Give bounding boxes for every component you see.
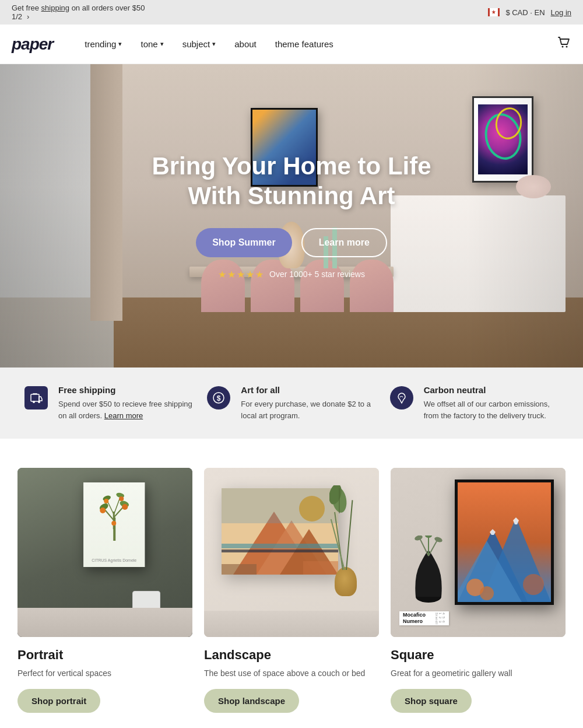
hero-title: Bring Your Home to Life With Stunning Ar…: [128, 152, 455, 211]
nav-tone[interactable]: tone ▾: [132, 34, 171, 54]
shop-landscape-button[interactable]: Shop landscape: [204, 689, 299, 713]
svg-point-9: [38, 401, 40, 403]
header: paper trending ▾ tone ▾ subject ▾ about …: [0, 24, 583, 64]
product-landscape: Landscape The best use of space above a …: [204, 468, 379, 713]
portrait-description: Perfect for vertical spaces: [17, 667, 192, 680]
feature-shipping-text: Free shipping Spend over $50 to recieve …: [58, 385, 194, 421]
svg-point-22: [100, 508, 106, 513]
shop-summer-button[interactable]: Shop Summer: [196, 228, 292, 257]
nav-subject[interactable]: subject ▾: [174, 34, 224, 54]
site-logo[interactable]: paper: [12, 35, 53, 54]
review-text: Over 1000+ 5 star reviews: [269, 270, 365, 279]
svg-point-8: [33, 401, 35, 403]
svg-point-24: [104, 499, 108, 503]
carbon-icon: [389, 385, 415, 411]
svg-point-26: [111, 521, 116, 526]
svg-point-48: [523, 574, 544, 595]
landscape-description: The best use of space above a couch or b…: [204, 667, 379, 680]
product-portrait: CITRUS Agrietis Domele Portrait Perfect …: [17, 468, 192, 713]
feature-art: $ Art for all For every purchase, we don…: [206, 385, 377, 421]
chevron-down-icon: ▾: [212, 40, 216, 48]
product-grid: CITRUS Agrietis Domele Portrait Perfect …: [17, 468, 566, 713]
hero-reviews: ★★★★★ Over 1000+ 5 star reviews: [128, 269, 455, 280]
hero-content: Bring Your Home to Life With Stunning Ar…: [117, 140, 466, 292]
cart-button[interactable]: [556, 35, 571, 54]
portrait-title: Portrait: [17, 648, 192, 663]
shop-square-button[interactable]: Shop square: [391, 689, 472, 713]
svg-point-53: [414, 536, 423, 541]
art-icon: $: [206, 385, 231, 411]
svg-point-5: [562, 46, 564, 47]
landscape-title: Landscape: [204, 648, 379, 663]
landscape-image: [204, 468, 379, 637]
announcement-text: Get free shipping on all orders over $50…: [12, 4, 151, 21]
square-description: Great for a geometiric gallery wall: [391, 667, 566, 680]
flag-icon: [488, 8, 500, 16]
feature-carbon-text: Carbon neutral We offset all of our carb…: [424, 385, 560, 421]
nav-theme-features[interactable]: theme features: [267, 34, 342, 54]
feature-art-text: Art for all For every purchase, we donat…: [241, 385, 377, 421]
chevron-down-icon: ▾: [160, 40, 164, 48]
product-section: CITRUS Agrietis Domele Portrait Perfect …: [0, 439, 583, 728]
nav-about[interactable]: about: [226, 34, 265, 54]
svg-point-25: [119, 496, 124, 501]
feature-shipping: Free shipping Spend over $50 to recieve …: [23, 385, 194, 421]
hero-buttons: Shop Summer Learn more: [128, 228, 455, 257]
svg-rect-2: [498, 8, 500, 16]
learn-more-button[interactable]: Learn more: [301, 228, 387, 257]
shipping-icon: [23, 385, 49, 411]
product-square: MocaficoNumero Steidl 1 2 3 4 5 6 Square…: [391, 468, 566, 713]
svg-rect-32: [222, 488, 338, 523]
shop-portrait-button[interactable]: Shop portrait: [17, 689, 100, 713]
hero-section: Bring Your Home to Life With Stunning Ar…: [0, 64, 583, 368]
pagination-text: 1/2: [12, 12, 22, 21]
feature-learn-more-link[interactable]: Learn more: [104, 411, 143, 420]
svg-line-50: [420, 538, 429, 556]
main-nav: trending ▾ tone ▾ subject ▾ about theme …: [76, 34, 556, 54]
feature-carbon: Carbon neutral We offset all of our carb…: [389, 385, 560, 421]
announcement-nav: 1/2 ›: [12, 12, 151, 21]
svg-text:$: $: [217, 394, 221, 402]
portrait-image: CITRUS Agrietis Domele: [17, 468, 192, 637]
announcement-right: $ CAD · EN Log in: [488, 8, 571, 17]
svg-point-54: [425, 536, 432, 538]
svg-rect-33: [222, 544, 338, 548]
chevron-down-icon: ▾: [118, 40, 122, 48]
nav-trending[interactable]: trending ▾: [76, 34, 130, 54]
chevron-right-icon[interactable]: ›: [27, 12, 29, 21]
svg-point-6: [566, 46, 568, 47]
svg-point-23: [122, 504, 128, 510]
square-image: MocaficoNumero Steidl 1 2 3 4 5 6: [391, 468, 566, 637]
svg-rect-35: [222, 564, 257, 575]
login-link[interactable]: Log in: [551, 8, 571, 17]
shipping-link[interactable]: shipping: [41, 4, 69, 12]
svg-point-55: [434, 536, 443, 543]
features-strip: Free shipping Spend over $50 to recieve …: [0, 368, 583, 439]
currency-selector[interactable]: $ CAD · EN: [505, 8, 545, 17]
announcement-bar: Get free shipping on all orders over $50…: [0, 0, 583, 24]
svg-rect-10: [33, 393, 37, 394]
svg-line-52: [429, 540, 437, 556]
svg-rect-34: [222, 550, 338, 552]
svg-rect-7: [31, 394, 39, 401]
square-title: Square: [391, 648, 566, 663]
svg-rect-1: [488, 8, 490, 16]
star-rating: ★★★★★: [218, 269, 265, 280]
svg-point-47: [480, 586, 494, 600]
